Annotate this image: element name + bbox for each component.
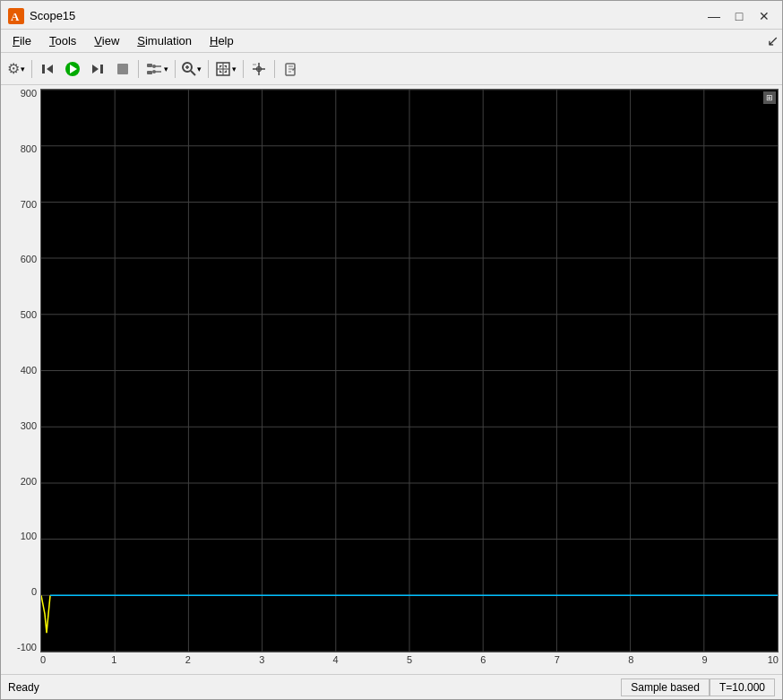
y-label-500: 500	[4, 310, 37, 320]
fit-icon	[215, 61, 231, 77]
plot-wrapper: 900 800 700 600 500 400 300 200 100 0 -1…	[4, 89, 779, 674]
svg-rect-8	[117, 64, 128, 74]
expand-icon[interactable]: ⊞	[763, 91, 776, 104]
toolbar-separator-3	[175, 60, 176, 78]
maximize-button[interactable]: □	[728, 5, 750, 27]
x-label-1: 1	[111, 654, 116, 665]
y-label-100: 100	[4, 531, 37, 541]
sample-based-label: Sample based	[621, 678, 710, 696]
y-label-200: 200	[4, 477, 37, 487]
y-label-800: 800	[4, 144, 37, 154]
svg-text:A: A	[11, 10, 20, 23]
zoom-dropdown-arrow: ▾	[197, 65, 202, 73]
chart-column: ⊞	[40, 89, 779, 674]
cursor-button[interactable]	[247, 57, 271, 81]
plot-container: 900 800 700 600 500 400 300 200 100 0 -1…	[1, 85, 782, 674]
edit-button[interactable]	[279, 57, 302, 81]
chart-svg	[41, 90, 778, 652]
x-label-2: 2	[185, 654, 191, 665]
menu-file[interactable]: File	[4, 31, 39, 50]
toolbar-separator-2	[138, 60, 139, 78]
settings-dropdown[interactable]: ⚙ ▾	[4, 57, 28, 81]
time-label: T=10.000	[710, 678, 775, 696]
x-label-5: 5	[407, 654, 412, 665]
svg-rect-9	[147, 64, 152, 67]
configure-dropdown[interactable]: ▾	[142, 57, 171, 81]
titlebar-left: A Scope15	[8, 8, 75, 24]
toolbar-separator-4	[208, 60, 209, 78]
rewind-icon	[40, 62, 55, 76]
toolbar-separator-5	[243, 60, 244, 78]
y-label-300: 300	[4, 421, 37, 431]
zoom-in-icon	[182, 62, 196, 76]
step-forward-icon	[90, 62, 105, 76]
menu-help[interactable]: Help	[202, 31, 242, 50]
svg-point-13	[152, 65, 156, 68]
status-text: Ready	[8, 681, 39, 694]
menu-tools[interactable]: Tools	[41, 31, 84, 50]
fit-dropdown[interactable]: ▾	[212, 57, 239, 81]
svg-marker-25	[224, 70, 227, 73]
step-forward-button[interactable]	[86, 57, 109, 81]
toolbar-separator-6	[274, 60, 275, 78]
toolbar: ⚙ ▾	[1, 53, 782, 85]
stop-icon	[116, 63, 129, 75]
window-title: Scope15	[30, 9, 75, 22]
y-label-900: 900	[4, 89, 37, 99]
x-axis: 0 1 2 3 4 5 6 7 8 9 10	[40, 654, 779, 674]
main-window: A Scope15 — □ ✕ File Tools View Simulati…	[0, 0, 783, 700]
y-axis: 900 800 700 600 500 400 300 200 100 0 -1…	[4, 89, 40, 674]
svg-rect-10	[147, 71, 152, 74]
fit-dropdown-arrow: ▾	[232, 65, 237, 73]
zoom-dropdown[interactable]: ▾	[179, 57, 204, 81]
cursor-icon	[252, 62, 266, 76]
x-label-7: 7	[555, 654, 560, 665]
minimize-button[interactable]: —	[703, 5, 725, 27]
chart-area[interactable]: ⊞	[40, 89, 779, 652]
configure-dropdown-arrow: ▾	[164, 65, 168, 73]
play-icon	[65, 61, 81, 77]
svg-rect-7	[100, 65, 103, 73]
settings-dropdown-arrow: ▾	[21, 65, 25, 73]
menu-simulation[interactable]: Simulation	[129, 31, 200, 50]
svg-line-16	[191, 71, 195, 75]
svg-marker-3	[47, 65, 53, 73]
edit-icon	[283, 62, 297, 76]
x-label-0: 0	[40, 654, 46, 665]
matlab-logo-icon: A	[8, 8, 24, 24]
settings-icon: ⚙	[7, 60, 20, 77]
menu-view[interactable]: View	[86, 31, 127, 50]
x-label-4: 4	[333, 654, 339, 665]
titlebar-controls: — □ ✕	[703, 5, 775, 27]
y-label-600: 600	[4, 255, 37, 264]
x-label-8: 8	[628, 654, 633, 665]
statusbar: Ready Sample based T=10.000	[1, 674, 782, 699]
svg-marker-24	[219, 70, 222, 73]
x-label-10: 10	[768, 654, 779, 665]
corner-arrow-icon: ↙	[767, 32, 779, 49]
svg-marker-23	[224, 65, 227, 68]
menubar: File Tools View Simulation Help ↙	[1, 30, 782, 53]
svg-rect-2	[42, 65, 45, 73]
close-button[interactable]: ✕	[753, 5, 775, 27]
configure-icon	[145, 61, 163, 77]
toolbar-separator-1	[31, 60, 32, 78]
run-button[interactable]	[61, 57, 84, 81]
svg-point-14	[152, 70, 156, 73]
stop-button[interactable]	[111, 57, 134, 81]
svg-marker-22	[219, 65, 222, 68]
statusbar-right: Sample based T=10.000	[621, 678, 775, 696]
x-label-9: 9	[702, 654, 708, 665]
x-label-3: 3	[259, 654, 264, 665]
y-label-neg100: -100	[4, 643, 37, 652]
y-label-700: 700	[4, 200, 37, 210]
rewind-button[interactable]	[36, 57, 59, 81]
svg-marker-6	[92, 65, 99, 73]
y-label-400: 400	[4, 366, 37, 376]
x-label-6: 6	[480, 654, 486, 665]
titlebar: A Scope15 — □ ✕	[1, 1, 782, 30]
y-label-0: 0	[4, 587, 37, 597]
